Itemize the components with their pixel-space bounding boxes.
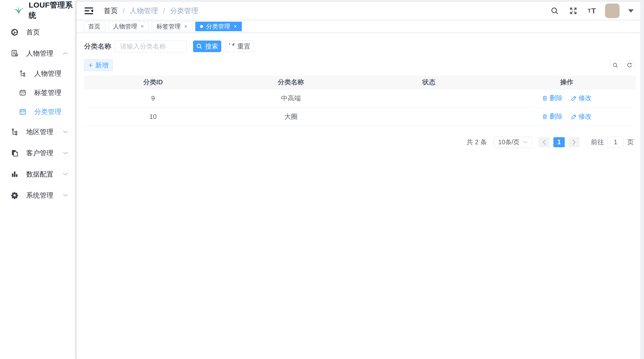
chevron-down-icon <box>523 141 528 144</box>
chevron-down-icon <box>62 151 68 155</box>
close-icon[interactable]: × <box>234 23 237 30</box>
sidebar-item-label: 系统管理 <box>26 191 62 200</box>
chevron-left-icon <box>542 139 546 145</box>
collapse-sidebar-icon[interactable] <box>84 6 95 16</box>
tree-icon <box>10 128 19 136</box>
toggle-knob <box>422 99 428 106</box>
sidebar-item-home[interactable]: 首页 <box>0 22 75 43</box>
close-icon[interactable]: × <box>184 23 187 30</box>
sidebar-item-customer-manage[interactable]: 客户管理 <box>0 142 75 164</box>
chevron-up-icon <box>62 52 68 55</box>
edit-button[interactable]: 修改 <box>571 112 592 121</box>
tab-people-manage[interactable]: 人物管理 × <box>108 22 149 31</box>
sidebar-item-tag-manage[interactable]: 标签管理 <box>0 83 75 102</box>
category-table: 分类ID 分类名称 状态 操作 9 中高端 删除 <box>84 76 636 126</box>
caret-down-icon[interactable] <box>628 9 634 13</box>
app-title: LOUF管理系统 <box>29 0 75 21</box>
sidebar-item-category-manage[interactable]: 分类管理 <box>0 102 75 121</box>
toggle-search-icon[interactable] <box>610 60 621 70</box>
breadcrumb-home[interactable]: 首页 <box>104 6 118 16</box>
sidebar-item-system-manage[interactable]: 系统管理 <box>0 185 75 206</box>
page-number-button[interactable]: 1 <box>553 137 565 147</box>
add-button[interactable]: + 新增 <box>84 59 113 71</box>
breadcrumb-separator: / <box>163 7 165 15</box>
delete-button[interactable]: 删除 <box>542 112 562 121</box>
search-form: 分类名称 搜索 重置 <box>84 40 636 52</box>
page-size-select[interactable]: 10条/页 <box>494 137 532 148</box>
delete-button[interactable]: 删除 <box>542 94 562 102</box>
sidebar-item-label: 数据配置 <box>26 170 62 179</box>
sidebar-item-person-manage[interactable]: 人物管理 <box>0 64 75 83</box>
cell-category-name: 大圈 <box>222 107 360 126</box>
chevron-right-icon <box>572 139 576 145</box>
sidebar-item-label: 首页 <box>26 28 68 37</box>
table-row: 10 大圈 删除 修改 <box>84 107 636 126</box>
pagination: 共 2 条 10条/页 1 前往 页 <box>84 137 634 148</box>
copy-icon <box>10 149 19 157</box>
chevron-down-icon <box>62 172 68 176</box>
bar-chart-icon <box>10 170 19 178</box>
tab-category-manage[interactable]: 分类管理 × <box>195 22 242 31</box>
tab-tag-manage[interactable]: 标签管理 × <box>152 22 192 31</box>
search-button-label: 搜索 <box>205 42 218 51</box>
sidebar-item-data-config[interactable]: 数据配置 <box>0 164 75 185</box>
breadcrumb-category: 分类管理 <box>170 6 198 16</box>
page-size-value: 10条/页 <box>498 138 520 146</box>
breadcrumb-people: 人物管理 <box>130 6 158 16</box>
edit-button[interactable]: 修改 <box>571 94 592 102</box>
tags-view: 首页 人物管理 × 标签管理 × 分类管理 × <box>77 21 640 32</box>
sidebar-item-label: 分类管理 <box>34 107 68 116</box>
fullscreen-icon[interactable] <box>568 5 579 16</box>
plus-icon: + <box>88 61 93 69</box>
category-name-input[interactable] <box>115 40 187 52</box>
delete-label: 删除 <box>549 94 562 102</box>
column-header-actions: 操作 <box>498 76 636 89</box>
column-header-name: 分类名称 <box>222 76 360 89</box>
table-row: 9 中高端 删除 修改 <box>84 89 636 107</box>
tab-label: 人物管理 <box>113 22 137 30</box>
main-content: 分类名称 搜索 重置 + 新增 分类ID 分类名称 <box>77 33 640 359</box>
sidebar-item-region-manage[interactable]: 地区管理 <box>0 121 75 142</box>
search-icon[interactable] <box>549 5 560 16</box>
column-header-id: 分类ID <box>84 76 222 89</box>
chevron-down-icon <box>62 194 68 197</box>
font-size-icon[interactable]: TT <box>586 5 597 16</box>
calendar-icon <box>18 89 27 96</box>
avatar[interactable] <box>605 4 620 18</box>
breadcrumb-separator: / <box>123 7 125 15</box>
tab-label: 标签管理 <box>157 22 181 30</box>
people-doc-icon <box>10 49 19 57</box>
sidebar-item-label: 标签管理 <box>34 88 68 97</box>
prev-page-button[interactable] <box>539 137 550 147</box>
sidebar-item-people-group[interactable]: 人物管理 <box>0 43 75 64</box>
search-button[interactable]: 搜索 <box>193 41 221 52</box>
next-page-button[interactable] <box>569 137 580 147</box>
sidebar-menu: 首页 人物管理 人物管理 标签管理 <box>0 21 75 206</box>
reset-button[interactable]: 重置 <box>225 41 253 52</box>
reset-button-label: 重置 <box>237 42 250 51</box>
tree-icon <box>18 70 27 77</box>
cell-category-id: 9 <box>84 89 222 107</box>
total-count: 共 2 条 <box>467 138 487 147</box>
gear-icon <box>10 191 19 199</box>
logo-leaf-icon <box>13 5 25 15</box>
table-tools <box>610 60 635 70</box>
table-toolbar: + 新增 <box>84 59 636 71</box>
column-header-status: 状态 <box>360 76 498 89</box>
edit-label: 修改 <box>579 112 592 121</box>
refresh-icon[interactable] <box>624 60 635 70</box>
app-logo[interactable]: LOUF管理系统 <box>0 0 75 21</box>
cell-category-id: 10 <box>84 107 222 126</box>
goto-page-input[interactable] <box>608 137 624 148</box>
delete-label: 删除 <box>549 112 562 121</box>
add-button-label: 新增 <box>95 61 108 70</box>
sidebar-item-label: 地区管理 <box>26 127 62 136</box>
active-dot <box>200 25 203 28</box>
tab-home[interactable]: 首页 <box>84 22 105 31</box>
close-icon[interactable]: × <box>141 23 144 30</box>
header-actions: TT <box>549 4 634 18</box>
sidebar-item-label: 人物管理 <box>26 49 62 58</box>
sidebar-item-label: 客户管理 <box>26 149 62 158</box>
dashboard-icon <box>10 28 19 36</box>
sidebar-item-label: 人物管理 <box>34 69 68 78</box>
